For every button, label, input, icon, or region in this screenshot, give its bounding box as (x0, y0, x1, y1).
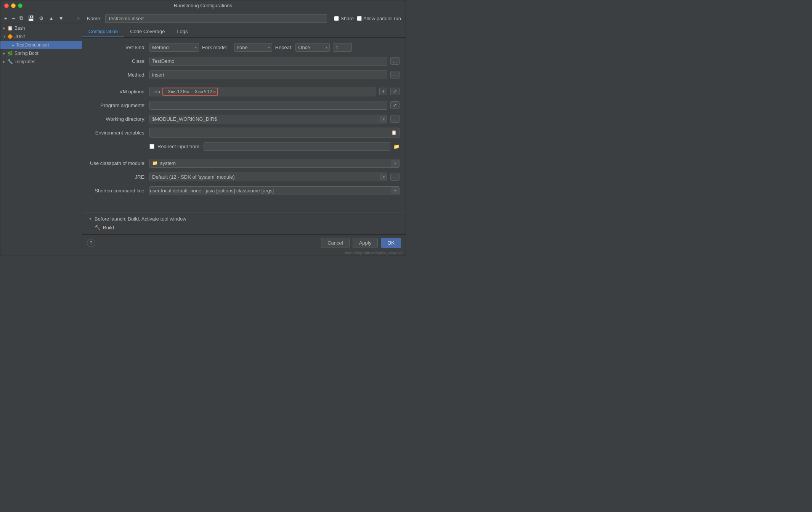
share-checkbox-wrapper[interactable]: Share (334, 16, 354, 21)
arrow-icon: ▼ (3, 35, 7, 38)
method-row: Method: ... (88, 70, 400, 80)
class-label: Class: (88, 58, 149, 64)
shorten-cmd-input[interactable] (150, 187, 391, 195)
repeat-select-wrapper[interactable]: Once (295, 43, 330, 52)
copy-config-button[interactable]: ⧉ (18, 14, 25, 22)
sidebar-item-junit[interactable]: ▼ 🔶 JUnit (0, 32, 82, 41)
env-vars-edit-button[interactable]: 📋 (391, 130, 397, 135)
working-dir-input[interactable] (150, 115, 380, 123)
close-button[interactable] (4, 3, 9, 8)
parallel-run-checkbox[interactable] (357, 16, 362, 21)
tab-configuration[interactable]: Configuration (82, 26, 124, 37)
minimize-button[interactable] (11, 3, 16, 8)
watermark: https://blog.csdn.net/weixin_39841589 (82, 251, 406, 256)
sidebar-item-templates[interactable]: ▶ 🔧 Templates (0, 58, 82, 66)
window-controls[interactable] (4, 3, 22, 8)
redirect-input-field[interactable] (204, 142, 390, 151)
redirect-container: Redirect input from: 📁 (149, 142, 400, 151)
arrow-icon: ▶ (3, 26, 7, 30)
env-vars-row: Environment variables: 📋 (88, 128, 400, 138)
test-kind-controls: Method Fork mode: none Repeat: (149, 43, 400, 52)
settings-config-button[interactable]: ⚙ (37, 14, 45, 22)
title-bar: Run/Debug Configurations (0, 0, 406, 11)
tab-code-coverage[interactable]: Code Coverage (124, 26, 171, 37)
parallel-run-label: Allow parallel run (363, 16, 401, 21)
before-launch-header[interactable]: ▼ Before launch: Build, Activate tool wi… (88, 216, 400, 222)
classpath-dropdown-button[interactable]: ▾ (391, 160, 399, 167)
ok-button[interactable]: OK (381, 238, 401, 248)
classpath-controls: 📁 ▾ (149, 159, 400, 168)
jre-label: JRE: (88, 174, 149, 180)
classpath-row: Use classpath of module: 📁 ▾ (88, 158, 400, 168)
vm-options-add-button[interactable]: + (379, 88, 387, 95)
redirect-checkbox[interactable] (149, 144, 154, 149)
fork-mode-label: Fork mode: (202, 45, 231, 50)
name-row: Name: Share Allow parallel run (82, 11, 406, 26)
test-kind-label: Test kind: (88, 45, 149, 50)
name-input[interactable] (105, 14, 327, 23)
redirect-folder-button[interactable]: 📁 (393, 144, 400, 149)
build-icon: 🔨 (95, 225, 101, 230)
class-input[interactable] (149, 57, 387, 66)
shorten-cmd-dropdown-button[interactable]: ▾ (391, 187, 399, 194)
env-vars-container[interactable]: 📋 (149, 128, 400, 138)
cancel-button[interactable]: Cancel (321, 238, 349, 248)
share-controls: Share Allow parallel run (334, 16, 401, 21)
class-controls: ... (149, 57, 400, 66)
repeat-select[interactable]: Once (295, 43, 330, 52)
program-args-expand-button[interactable]: ⤢ (390, 101, 400, 109)
env-vars-label: Environment variables: (88, 130, 149, 136)
jre-row: JRE: ▾ ... (88, 172, 400, 182)
remove-config-button[interactable]: − (10, 14, 16, 22)
jre-dropdown-button[interactable]: ▾ (380, 174, 387, 180)
working-dir-browse-button[interactable]: ... (390, 115, 400, 123)
wrench-icon: 🔧 (7, 59, 13, 64)
method-label: Method: (88, 72, 149, 78)
move-down-button[interactable]: ▼ (57, 14, 65, 22)
sidebar-item-templates-label: Templates (14, 59, 35, 64)
help-button[interactable]: ? (87, 239, 95, 247)
test-kind-select[interactable]: Method (149, 43, 199, 52)
arrow-icon: ▶ (3, 60, 7, 64)
working-dir-row: Working directory: ▾ ... (88, 114, 400, 124)
vm-options-expand-button[interactable]: ⤢ (390, 88, 400, 95)
class-browse-button[interactable]: ... (390, 57, 400, 65)
program-args-input[interactable] (149, 101, 387, 110)
overflow-icon: » (77, 16, 80, 21)
tab-logs[interactable]: Logs (171, 26, 194, 37)
jre-controls: ▾ ... (149, 173, 400, 181)
apply-button[interactable]: Apply (353, 238, 378, 248)
method-input[interactable] (149, 70, 387, 79)
vm-options-controls: -ea -Xms128m -Xmx512m + ⤢ (149, 87, 400, 96)
method-browse-button[interactable]: ... (390, 71, 400, 78)
sidebar-item-spring-boot[interactable]: ▶ 🌿 Spring Boot (0, 49, 82, 58)
fork-mode-select-wrapper[interactable]: none (234, 43, 272, 52)
save-config-button[interactable]: 💾 (26, 14, 36, 22)
maximize-button[interactable] (18, 3, 22, 8)
repeat-count-input[interactable] (333, 43, 352, 52)
share-checkbox[interactable] (334, 16, 339, 21)
shorten-cmd-label: Shorten command line: (88, 188, 149, 194)
jre-input[interactable] (150, 173, 380, 181)
shorten-cmd-controls: ▾ (149, 186, 400, 195)
fork-mode-select[interactable]: none (234, 43, 272, 52)
jre-browse-button[interactable]: ... (390, 173, 400, 181)
method-controls: ... (149, 70, 400, 79)
parallel-run-wrapper[interactable]: Allow parallel run (357, 16, 401, 21)
sidebar-item-bash-label: Bash (14, 26, 25, 31)
working-dir-dropdown-button[interactable]: ▾ (380, 116, 387, 122)
vm-options-prefix: -ea (151, 89, 160, 94)
classpath-input[interactable] (160, 159, 391, 167)
before-launch-item-build: 🔨 Build (88, 224, 400, 231)
add-config-button[interactable]: + (3, 14, 9, 22)
working-dir-label: Working directory: (88, 116, 149, 122)
env-vars-controls: 📋 (149, 128, 400, 138)
sidebar-item-junit-label: JUnit (14, 34, 25, 39)
sidebar-item-testdemo-insert[interactable]: ▶ ⬥ TestDemo.insert (0, 41, 82, 49)
classpath-container: 📁 ▾ (149, 159, 400, 168)
sidebar-item-bash[interactable]: ▶ 📋 Bash (0, 24, 82, 32)
vm-options-container[interactable]: -ea -Xms128m -Xmx512m (149, 87, 376, 96)
vm-options-row: VM options: -ea -Xms128m -Xmx512m + ⤢ (88, 86, 400, 96)
move-up-button[interactable]: ▲ (47, 14, 55, 22)
test-kind-select-wrapper[interactable]: Method (149, 43, 199, 52)
